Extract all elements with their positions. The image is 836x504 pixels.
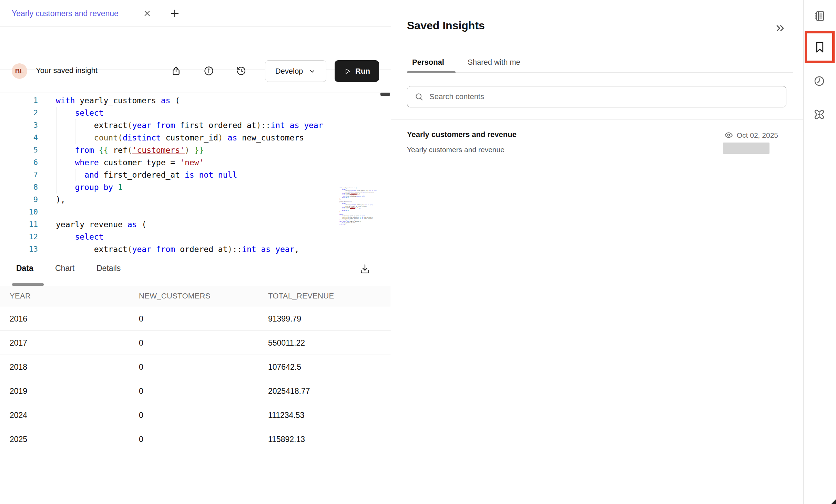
table-row[interactable]: 20250115892.13 bbox=[0, 427, 391, 451]
chevrons-right-icon[interactable] bbox=[774, 22, 786, 34]
table-cell: 107642.5 bbox=[268, 355, 301, 379]
saved-insights-panel bbox=[391, 0, 803, 504]
column-header-total-revenue[interactable]: TOTAL_REVENUE bbox=[268, 286, 334, 306]
rail-divider bbox=[803, 98, 836, 98]
rail-item-saved-insights-selected[interactable] bbox=[805, 31, 835, 63]
table-row[interactable]: 20240111234.53 bbox=[0, 403, 391, 427]
tab-personal[interactable]: Personal bbox=[412, 58, 444, 67]
workbook-tab[interactable]: Yearly customers and revenue bbox=[12, 0, 119, 27]
column-header-year[interactable]: YEAR bbox=[10, 286, 31, 306]
panel-title: Saved Insights bbox=[407, 19, 485, 32]
tab-bar: Yearly customers and revenue bbox=[0, 0, 391, 27]
tab-data[interactable]: Data bbox=[16, 264, 33, 273]
table-cell: 0 bbox=[139, 331, 143, 355]
search-icon bbox=[414, 92, 424, 102]
editor-code[interactable]: with yearly_customers as ( select extrac… bbox=[56, 94, 323, 254]
skeleton-placeholder bbox=[723, 143, 769, 154]
tab-chart[interactable]: Chart bbox=[55, 264, 74, 273]
bookmark-icon bbox=[813, 40, 827, 54]
table-row[interactable]: 20170550011.22 bbox=[0, 331, 391, 355]
insight-item-date: Oct 02, 2025 bbox=[737, 131, 778, 139]
table-cell: 2025418.77 bbox=[268, 379, 310, 403]
rail-divider bbox=[803, 131, 836, 131]
table-cell: 2018 bbox=[10, 355, 27, 379]
indent-guide bbox=[56, 107, 57, 193]
insight-item-subtitle: Yearly customers and revenue bbox=[407, 146, 504, 154]
indent-guide bbox=[75, 169, 75, 181]
table-row[interactable]: 201902025418.77 bbox=[0, 379, 391, 403]
insight-item-meta: Oct 02, 2025 bbox=[724, 130, 778, 140]
panel-tabs-underline bbox=[407, 72, 793, 73]
table-row[interactable]: 2016091399.79 bbox=[0, 307, 391, 331]
table-cell: 2025 bbox=[10, 427, 27, 451]
compass-icon[interactable] bbox=[813, 108, 826, 121]
panel-divider bbox=[391, 119, 803, 120]
tab-separator bbox=[162, 6, 162, 21]
table-cell: 2017 bbox=[10, 331, 27, 355]
table-cell: 0 bbox=[139, 403, 143, 427]
minimap[interactable]: with yearly_customers as ( select extrac… bbox=[339, 187, 380, 254]
table-cell: 115892.13 bbox=[268, 427, 305, 451]
workbook-tab-title: Yearly customers and revenue bbox=[12, 9, 119, 18]
table-cell: 0 bbox=[139, 355, 143, 379]
table-cell: 0 bbox=[139, 307, 143, 331]
tab-details[interactable]: Details bbox=[96, 264, 121, 273]
insight-item-title[interactable]: Yearly customers and revenue bbox=[407, 130, 517, 139]
search-input[interactable] bbox=[429, 92, 740, 101]
notebook-icon[interactable] bbox=[813, 10, 825, 22]
results-table-body: 2016091399.7920170550011.2220180107642.5… bbox=[0, 307, 391, 451]
search-box bbox=[407, 86, 786, 107]
close-icon[interactable] bbox=[143, 9, 152, 18]
plus-icon[interactable] bbox=[170, 8, 180, 19]
column-header-new-customers[interactable]: NEW_CUSTOMERS bbox=[139, 286, 211, 306]
indent-guide bbox=[75, 119, 75, 144]
table-cell: 0 bbox=[139, 427, 143, 451]
table-row[interactable]: 20180107642.5 bbox=[0, 355, 391, 379]
editor-scrollbar-thumb[interactable] bbox=[380, 93, 390, 96]
clock-icon[interactable] bbox=[813, 75, 825, 87]
table-cell: 0 bbox=[139, 379, 143, 403]
sql-editor[interactable]: 12345678910111213 with yearly_customers … bbox=[0, 93, 391, 254]
editor-gutter: 12345678910111213 bbox=[0, 94, 38, 254]
active-tab-indicator bbox=[12, 283, 44, 286]
table-cell: 2019 bbox=[10, 379, 27, 403]
table-cell: 111234.53 bbox=[268, 403, 304, 427]
tab-shared-with-me[interactable]: Shared with me bbox=[468, 58, 520, 67]
table-cell: 2024 bbox=[10, 403, 27, 427]
panel-active-tab-indicator bbox=[407, 71, 456, 73]
table-cell: 550011.22 bbox=[268, 331, 305, 355]
app-root: Yearly customers and revenue BL Your sav… bbox=[0, 0, 836, 504]
results-table-header: YEAR NEW_CUSTOMERS TOTAL_REVENUE bbox=[0, 286, 391, 306]
status-row: Query completed in 4s Environment: PROD … bbox=[0, 70, 391, 93]
corner-cursor-artifact bbox=[831, 499, 836, 504]
table-cell: 91399.79 bbox=[268, 307, 301, 331]
table-cell: 2016 bbox=[10, 307, 27, 331]
workbook-header: BL Your saved insight Develop bbox=[0, 27, 391, 70]
eye-icon bbox=[724, 130, 733, 140]
download-icon[interactable] bbox=[359, 263, 371, 275]
